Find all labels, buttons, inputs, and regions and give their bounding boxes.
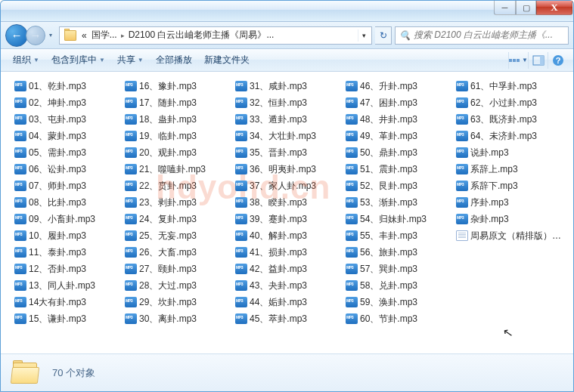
file-item[interactable]: 23、剥卦.mp3: [123, 194, 234, 211]
file-item[interactable]: 37、家人卦.mp3: [234, 177, 344, 194]
file-item[interactable]: 周易原文（精排版）.doc: [455, 227, 565, 244]
file-item[interactable]: 56、旅卦.mp3: [344, 244, 455, 261]
file-item[interactable]: 25、无妄.mp3: [123, 227, 234, 244]
file-item[interactable]: 24、复卦.mp3: [123, 211, 234, 227]
file-item[interactable]: 51、震卦.mp3: [344, 161, 455, 177]
file-item[interactable]: 32、恒卦.mp3: [234, 94, 344, 111]
file-item[interactable]: 16、豫卦.mp3: [123, 78, 234, 94]
file-item[interactable]: 52、艮卦.mp3: [344, 177, 455, 194]
file-name: 19、临卦.mp3: [139, 130, 197, 143]
file-item[interactable]: 04、蒙卦.mp3: [13, 128, 123, 144]
file-item[interactable]: 18、蛊卦.mp3: [123, 111, 234, 128]
file-item[interactable]: 45、萃卦.mp3: [234, 310, 344, 327]
file-item[interactable]: 54、归妹卦.mp3: [344, 211, 455, 227]
file-item[interactable]: 33、遁卦.mp3: [234, 111, 344, 128]
include-in-library-menu[interactable]: 包含到库中▼: [45, 50, 111, 70]
file-name: 33、遁卦.mp3: [250, 113, 307, 126]
file-item[interactable]: 38、睽卦.mp3: [234, 194, 344, 211]
file-item[interactable]: 03、屯卦.mp3: [13, 111, 123, 128]
file-item[interactable]: 28、大过.mp3: [123, 277, 234, 294]
file-name: 07、师卦.mp3: [29, 180, 86, 193]
file-item[interactable]: 02、坤卦.mp3: [13, 94, 123, 111]
address-dropdown[interactable]: ▾: [358, 29, 370, 42]
organize-menu[interactable]: 组织▼: [7, 50, 45, 70]
breadcrumb-sep-icon[interactable]: ▸: [119, 32, 126, 39]
file-item[interactable]: 57、巽卦.mp3: [344, 261, 455, 277]
file-item[interactable]: 30、离卦.mp3: [123, 310, 234, 327]
file-item[interactable]: 60、节卦.mp3: [344, 310, 455, 327]
file-item[interactable]: 62、小过卦.mp3: [455, 94, 565, 111]
file-item[interactable]: 20、观卦.mp3: [123, 144, 234, 161]
file-item[interactable]: 26、大畜.mp3: [123, 244, 234, 261]
file-item[interactable]: 13、同人卦.mp3: [13, 277, 123, 294]
breadcrumb-parent[interactable]: 国学...: [89, 29, 119, 42]
file-item[interactable]: 63、既济卦.mp3: [455, 111, 565, 128]
file-item[interactable]: 系辞上.mp3: [455, 161, 565, 177]
file-item[interactable]: 21、噬嗑卦.mp3: [123, 161, 234, 177]
file-item[interactable]: 36、明夷卦.mp3: [234, 161, 344, 177]
file-item[interactable]: 64、未济卦.mp3: [455, 128, 565, 144]
breadcrumb-current[interactable]: D2100 白云出岫老师主播《周易》...: [126, 29, 277, 42]
file-item[interactable]: 48、井卦.mp3: [344, 111, 455, 128]
file-item[interactable]: 41、损卦.mp3: [234, 244, 344, 261]
file-item[interactable]: 27、颐卦.mp3: [123, 261, 234, 277]
file-item[interactable]: 10、履卦.mp3: [13, 227, 123, 244]
file-name: 31、咸卦.mp3: [250, 80, 307, 93]
file-item[interactable]: 17、随卦.mp3: [123, 94, 234, 111]
file-item[interactable]: 61、中孚卦.mp3: [455, 78, 565, 94]
file-item[interactable]: 说卦.mp3: [455, 144, 565, 161]
preview-pane-button[interactable]: [528, 52, 548, 69]
file-item[interactable]: 12、否卦.mp3: [13, 261, 123, 277]
file-item[interactable]: 06、讼卦.mp3: [13, 161, 123, 177]
view-options-button[interactable]: ▼: [508, 52, 528, 69]
maximize-button[interactable]: ▢: [516, 1, 536, 15]
back-button[interactable]: ←: [5, 24, 28, 47]
file-item[interactable]: 14大有卦.mp3: [13, 294, 123, 310]
file-item[interactable]: 42、益卦.mp3: [234, 261, 344, 277]
mp3-file-icon: [346, 81, 358, 91]
file-item[interactable]: 47、困卦.mp3: [344, 94, 455, 111]
file-item[interactable]: 序卦.mp3: [455, 194, 565, 211]
file-item[interactable]: 11、泰卦.mp3: [13, 244, 123, 261]
address-bar[interactable]: « 国学... ▸ D2100 白云出岫老师主播《周易》... ▾: [59, 26, 372, 45]
file-item[interactable]: 39、蹇卦.mp3: [234, 211, 344, 227]
file-item[interactable]: 49、革卦.mp3: [344, 128, 455, 144]
file-item[interactable]: 05、需卦.mp3: [13, 144, 123, 161]
file-item[interactable]: 31、咸卦.mp3: [234, 78, 344, 94]
search-input[interactable]: 🔍 搜索 D2100 白云出岫老师主播《...: [395, 26, 569, 45]
svg-text:?: ?: [555, 56, 560, 65]
file-item[interactable]: 19、临卦.mp3: [123, 128, 234, 144]
file-item[interactable]: 43、夬卦.mp3: [234, 277, 344, 294]
share-menu[interactable]: 共享▼: [111, 50, 150, 70]
minimize-button[interactable]: ─: [494, 1, 516, 15]
close-button[interactable]: X: [536, 1, 572, 15]
file-item[interactable]: 50、鼎卦.mp3: [344, 144, 455, 161]
file-item[interactable]: 08、比卦.mp3: [13, 194, 123, 211]
file-item[interactable]: 44、姤卦.mp3: [234, 294, 344, 310]
file-item[interactable]: 29、坎卦.mp3: [123, 294, 234, 310]
file-item[interactable]: 59、涣卦.mp3: [344, 294, 455, 310]
file-item[interactable]: 55、丰卦.mp3: [344, 227, 455, 244]
nav-history-dropdown[interactable]: ▾: [45, 28, 56, 43]
file-item[interactable]: 07、师卦.mp3: [13, 177, 123, 194]
file-item[interactable]: 系辞下.mp3: [455, 177, 565, 194]
file-item[interactable]: 40、解卦.mp3: [234, 227, 344, 244]
new-folder-button[interactable]: 新建文件夹: [198, 50, 256, 70]
file-item[interactable]: 01、乾卦.mp3: [13, 78, 123, 94]
file-item[interactable]: 15、谦卦.mp3: [13, 310, 123, 327]
refresh-button[interactable]: ↻: [375, 26, 392, 45]
mp3-file-icon: [346, 313, 358, 324]
file-item[interactable]: 35、晋卦.mp3: [234, 144, 344, 161]
file-item[interactable]: 46、升卦.mp3: [344, 78, 455, 94]
file-item[interactable]: 09、小畜卦.mp3: [13, 211, 123, 227]
file-item[interactable]: 杂卦.mp3: [455, 211, 565, 227]
file-item[interactable]: 58、兑卦.mp3: [344, 277, 455, 294]
breadcrumb-overflow[interactable]: «: [79, 30, 89, 41]
file-item[interactable]: 34、大壮卦.mp3: [234, 128, 344, 144]
file-item[interactable]: 53、渐卦.mp3: [344, 194, 455, 211]
mp3-file-icon: [346, 197, 358, 208]
help-button[interactable]: ?: [548, 52, 567, 69]
forward-button[interactable]: →: [26, 26, 45, 45]
file-item[interactable]: 22、贲卦.mp3: [123, 177, 234, 194]
play-all-button[interactable]: 全部播放: [150, 50, 198, 70]
